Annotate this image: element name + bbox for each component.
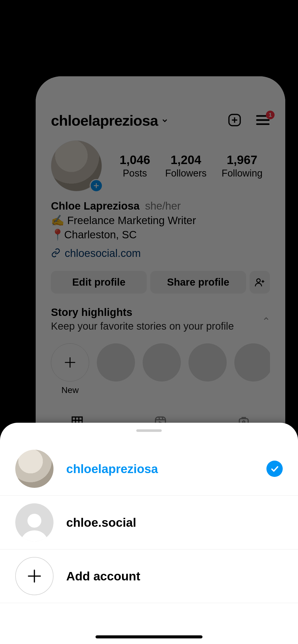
highlight-placeholder <box>188 343 227 395</box>
edit-profile-button[interactable]: Edit profile <box>51 271 147 294</box>
account-name: chloe.social <box>66 516 283 530</box>
sheet-grabber[interactable] <box>136 429 162 432</box>
highlight-placeholder <box>97 343 135 395</box>
svg-point-27 <box>28 514 42 528</box>
profile-avatar[interactable] <box>51 140 102 191</box>
highlight-placeholder <box>234 343 270 395</box>
header-actions: 1 <box>227 113 270 128</box>
bio-line-1: ✍️ Freelance Marketing Writer <box>51 213 270 228</box>
stats: 1,046 Posts 1,204 Followers 1,967 Follow… <box>112 153 270 179</box>
add-account-label: Add account <box>66 569 283 583</box>
profile-buttons: Edit profile Share profile <box>36 259 285 294</box>
account-option-current[interactable]: chloelapreziosa <box>0 442 298 496</box>
following-stat[interactable]: 1,967 Following <box>222 153 263 179</box>
bio-link-text: chloesocial.com <box>65 247 141 259</box>
profile-header: chloelapreziosa 1 <box>36 76 285 129</box>
account-name: chloelapreziosa <box>66 462 254 476</box>
bio-link[interactable]: chloesocial.com <box>36 242 285 259</box>
highlights-subtitle: Keep your favorite stories on your profi… <box>51 320 234 332</box>
highlights-title: Story highlights <box>51 306 234 318</box>
bio-line-2: 📍Charleston, SC <box>51 228 270 242</box>
chevron-up-icon[interactable] <box>262 315 270 324</box>
add-story-button[interactable] <box>90 179 103 192</box>
create-post-button[interactable] <box>227 113 242 128</box>
display-name: Chloe Lapreziosa <box>51 200 140 212</box>
discover-people-button[interactable] <box>250 271 270 294</box>
account-avatar <box>15 450 53 488</box>
username-switcher[interactable]: chloelapreziosa <box>51 112 169 129</box>
selected-check-icon <box>266 461 283 477</box>
account-switcher-sheet: chloelapreziosa chloe.social Add account <box>0 423 298 644</box>
menu-button[interactable]: 1 <box>256 114 270 127</box>
svg-point-8 <box>257 279 260 282</box>
story-highlights: Story highlights Keep your favorite stor… <box>36 294 285 395</box>
share-profile-button[interactable]: Share profile <box>150 271 246 294</box>
plus-icon <box>15 557 53 595</box>
account-option[interactable]: chloe.social <box>0 496 298 549</box>
pronouns: she/her <box>145 200 181 212</box>
posts-stat[interactable]: 1,046 Posts <box>119 153 150 179</box>
link-icon <box>51 248 61 259</box>
highlights-row: New <box>51 332 270 395</box>
account-avatar-placeholder <box>15 503 53 541</box>
add-highlight-button[interactable]: New <box>51 343 89 395</box>
bio: Chloe Lapreziosa she/her ✍️ Freelance Ma… <box>36 191 285 242</box>
notifications-badge: 1 <box>266 111 275 119</box>
stats-row: 1,046 Posts 1,204 Followers 1,967 Follow… <box>36 129 285 191</box>
add-account-button[interactable]: Add account <box>0 549 298 603</box>
chevron-down-icon <box>161 117 169 124</box>
username-text: chloelapreziosa <box>51 112 158 129</box>
followers-stat[interactable]: 1,204 Followers <box>165 153 207 179</box>
highlight-placeholder <box>143 343 181 395</box>
home-indicator <box>96 635 202 638</box>
